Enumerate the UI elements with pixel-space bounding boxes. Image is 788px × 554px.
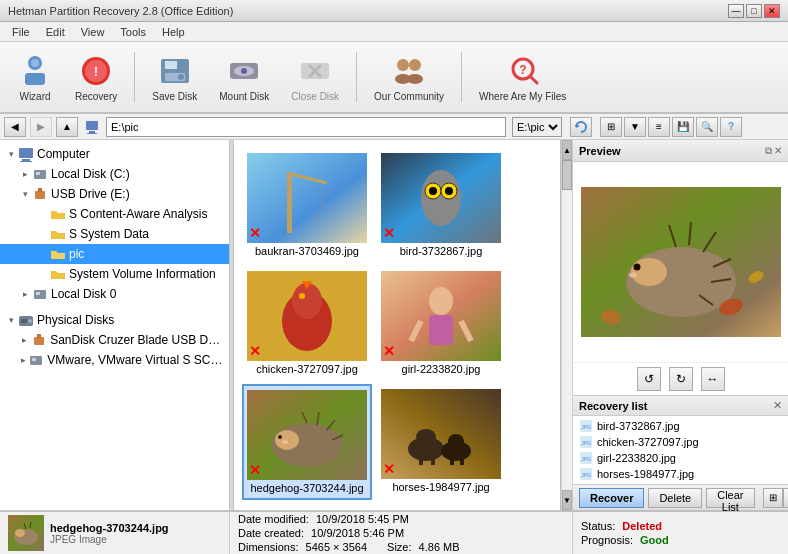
tree-item-content-aware[interactable]: S Content-Aware Analysis [0,204,229,224]
recovery-list-item-0[interactable]: JPG bird-3732867.jpg [577,418,784,434]
tree-item-physical-disks[interactable]: ▾ Physical Disks [0,310,229,330]
tree-item-local-disk-0[interactable]: ▸ Local Disk 0 [0,284,229,304]
svg-rect-79 [450,447,454,465]
help-button[interactable]: ? [720,117,742,137]
close-disk-button[interactable]: Close Disk [282,46,348,108]
view-list-button[interactable]: ≡ [648,117,670,137]
scroll-thumb[interactable] [562,160,572,190]
refresh-button[interactable] [570,117,592,137]
date-modified-value: 10/9/2018 5:45 PM [316,513,409,525]
filter-button[interactable]: ▼ [624,117,646,137]
view-thumbnails-button[interactable]: ⊞ [600,117,622,137]
menu-tools[interactable]: Tools [112,24,154,40]
tree-item-sandisk[interactable]: ▸ SanDisk Cruzer Blade USB Device [0,330,229,350]
svg-point-70 [278,435,282,439]
address-input[interactable] [106,117,506,137]
save-disk-label: Save Disk [152,91,197,102]
preview-undock-button[interactable]: ⧉ [765,145,772,157]
preview-svg [581,187,781,337]
file-name-girl: girl-2233820.jpg [402,363,481,375]
tree-item-usb-e[interactable]: ▾ USB Drive (E:) [0,184,229,204]
svg-point-37 [28,319,32,323]
flip-button[interactable]: ↔ [701,367,725,391]
community-button[interactable]: Our Community [365,46,453,108]
statusbar-middle: Date modified: 10/9/2018 5:45 PM Date cr… [230,512,573,554]
scroll-up[interactable]: ▲ [562,140,572,160]
preview-controls: ⧉ ✕ [765,145,782,157]
where-files-label: Where Are My Files [479,91,566,102]
save-list-button[interactable]: 💾 [672,117,694,137]
tree-item-vmware[interactable]: ▸ VMware, VMware Virtual S SCSI Disk Dev… [0,350,229,370]
svg-marker-26 [576,124,580,128]
tree-item-system-data[interactable]: S System Data [0,224,229,244]
sort-dropdown-button[interactable]: ▾ [783,488,788,508]
clear-list-button[interactable]: Clear List [706,488,754,508]
recovery-item-name-1: chicken-3727097.jpg [597,436,699,448]
sort-asc-button[interactable]: ⊞ [763,488,783,508]
recovery-list-close-button[interactable]: ✕ [773,399,782,412]
recovery-list-item-1[interactable]: JPG chicken-3727097.jpg [577,434,784,450]
close-disk-icon [297,53,333,89]
svg-point-48 [421,170,461,226]
file-name-bird: bird-3732867.jpg [400,245,483,257]
file-thumb-hedgehog: ✕ [247,390,367,480]
statusbar-dimensions-size: Dimensions: 5465 × 3564 Size: 4.86 MB [238,541,564,553]
file-item-girl[interactable]: ✕ girl-2233820.jpg [376,266,506,380]
save-disk-button[interactable]: Save Disk [143,46,206,108]
tree-toggle-system-data [36,227,50,241]
svg-rect-75 [419,445,423,465]
file-name-chicken: chicken-3727097.jpg [256,363,358,375]
file-item-bird[interactable]: ✕ bird-3732867.jpg [376,148,506,262]
svg-rect-35 [36,292,40,295]
rotate-right-button[interactable]: ↻ [669,367,693,391]
svg-rect-27 [19,148,33,158]
svg-point-51 [429,187,437,195]
preview-close-button[interactable]: ✕ [774,145,782,157]
tree-item-sysvolinfo[interactable]: System Volume Information [0,264,229,284]
wizard-button[interactable]: Wizard [8,46,62,108]
minimize-button[interactable]: — [728,4,744,18]
svg-point-19 [407,74,423,84]
scroll-down[interactable]: ▼ [562,490,572,510]
mount-disk-button[interactable]: Mount Disk [210,46,278,108]
recover-button[interactable]: Recover [579,488,644,508]
menu-edit[interactable]: Edit [38,24,73,40]
preview-image [581,187,781,337]
svg-point-17 [409,59,421,71]
file-item-chicken[interactable]: ✕ chicken-3727097.jpg [242,266,372,380]
file-scrollbar[interactable]: ▲ ▼ [561,140,573,510]
where-files-button[interactable]: ? Where Are My Files [470,46,575,108]
tree-toggle-vmware: ▸ [18,353,28,367]
up-button[interactable]: ▲ [56,117,78,137]
recovery-label: Recovery [75,91,117,102]
menu-file[interactable]: File [4,24,38,40]
tree-item-local-c[interactable]: ▸ Local Disk (C:) [0,164,229,184]
file-thumb-chicken: ✕ [247,271,367,361]
folder-pic-icon [50,246,66,262]
recovery-list-item-3[interactable]: JPG horses-1984977.jpg [577,466,784,482]
address-dropdown[interactable]: E:\pic [512,117,562,137]
back-button[interactable]: ◀ [4,117,26,137]
jpg-icon-3: JPG [579,467,593,481]
file-panel: ✕ baukran-3703469.jpg [234,140,561,510]
svg-rect-43 [247,153,367,243]
search-button[interactable]: 🔍 [696,117,718,137]
recovery-button[interactable]: ! Recovery [66,46,126,108]
forward-button[interactable]: ▶ [30,117,52,137]
svg-rect-44 [287,173,292,233]
jpg-icon-1: JPG [579,435,593,449]
delete-button[interactable]: Delete [648,488,702,508]
file-item-baukran[interactable]: ✕ baukran-3703469.jpg [242,148,372,262]
tree-item-pic[interactable]: pic [0,244,229,264]
maximize-button[interactable]: □ [746,4,762,18]
menu-help[interactable]: Help [154,24,193,40]
file-item-horses[interactable]: ✕ horses-1984977.jpg [376,384,506,500]
date-modified-label: Date modified: [238,513,309,525]
recovery-list-item-2[interactable]: JPG girl-2233820.jpg [577,450,784,466]
rotate-left-button[interactable]: ↺ [637,367,661,391]
file-item-hedgehog[interactable]: ✕ hedgehog-3703244.jpg [242,384,372,500]
tree-item-computer[interactable]: ▾ Computer [0,144,229,164]
menu-view[interactable]: View [73,24,113,40]
status-value: Deleted [622,520,662,532]
close-button[interactable]: ✕ [764,4,780,18]
